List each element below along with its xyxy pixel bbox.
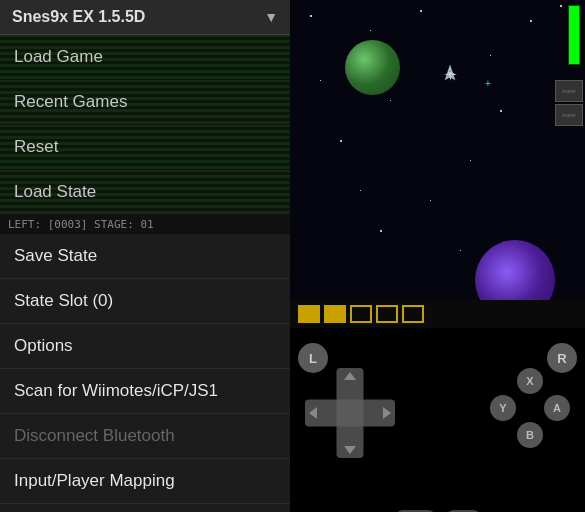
star (500, 110, 502, 112)
star (430, 200, 431, 201)
menu-list: Load Game Recent Games Reset Load State … (0, 35, 290, 512)
enemy-indicator: + (485, 78, 491, 89)
app-title: Snes9x EX 1.5.5D (12, 8, 145, 26)
planet-green (345, 40, 400, 95)
dpad-down-arrow-icon (344, 446, 356, 454)
dpad-container (305, 368, 395, 458)
side-panel-box-2: none (555, 104, 583, 126)
a-button[interactable]: A (544, 395, 570, 421)
side-panel-box-1: none (555, 80, 583, 102)
game-panel: none none + L R (290, 0, 585, 512)
y-button[interactable]: Y (490, 395, 516, 421)
star (320, 80, 321, 81)
star (390, 100, 391, 101)
menu-item-load-state[interactable]: Load State (0, 170, 290, 215)
dropdown-arrow-icon[interactable]: ▼ (264, 9, 278, 25)
star (460, 250, 461, 251)
controller-area: L R X B (290, 328, 585, 512)
menu-item-disconnect-bluetooth[interactable]: Disconnect Bluetooth (0, 414, 290, 459)
dpad-left-arrow-icon (309, 407, 317, 419)
star (360, 190, 361, 191)
svg-point-2 (448, 72, 452, 76)
score-block-2 (324, 305, 346, 323)
face-buttons: X B Y A (490, 368, 570, 448)
star (560, 5, 562, 7)
dpad-right-arrow-icon (383, 407, 391, 419)
game-status-bar: LEFT: [0003] STAGE: 01 (0, 215, 290, 234)
x-button[interactable]: X (517, 368, 543, 394)
menu-item-load-game[interactable]: Load Game (0, 35, 290, 80)
score-block-1 (298, 305, 320, 323)
star (470, 160, 471, 161)
dpad-center (337, 400, 364, 427)
b-button[interactable]: B (517, 422, 543, 448)
dpad[interactable] (305, 368, 395, 458)
score-block-3 (350, 305, 372, 323)
menu-item-input-player-mapping[interactable]: Input/Player Mapping (0, 459, 290, 504)
menu-item-scan-wiimotes[interactable]: Scan for Wiimotes/iCP/JS1 (0, 369, 290, 414)
star (490, 55, 491, 56)
menu-item-reset[interactable]: Reset (0, 125, 290, 170)
menu-item-state-slot[interactable]: State Slot (0) (0, 279, 290, 324)
menu-item-save-state[interactable]: Save State (0, 234, 290, 279)
score-block-4 (376, 305, 398, 323)
planet-purple (475, 240, 555, 300)
star (530, 20, 532, 22)
left-menu-panel: Snes9x EX 1.5.5D ▼ Load Game Recent Game… (0, 0, 290, 512)
menu-item-benchmark-game[interactable]: Benchmark Game (0, 504, 290, 512)
star (340, 140, 342, 142)
face-buttons-container: X B Y A (490, 368, 570, 448)
side-panel-right: none none (555, 80, 585, 128)
menu-item-recent-games[interactable]: Recent Games (0, 80, 290, 125)
score-bar (290, 300, 585, 328)
health-bar (568, 5, 580, 65)
score-block-5 (402, 305, 424, 323)
game-screen: none none + (290, 0, 585, 300)
star (380, 230, 382, 232)
menu-item-options[interactable]: Options (0, 324, 290, 369)
title-bar: Snes9x EX 1.5.5D ▼ (0, 0, 290, 35)
star (310, 15, 312, 17)
dpad-up-arrow-icon (344, 372, 356, 380)
star (370, 30, 371, 31)
star (420, 10, 422, 12)
